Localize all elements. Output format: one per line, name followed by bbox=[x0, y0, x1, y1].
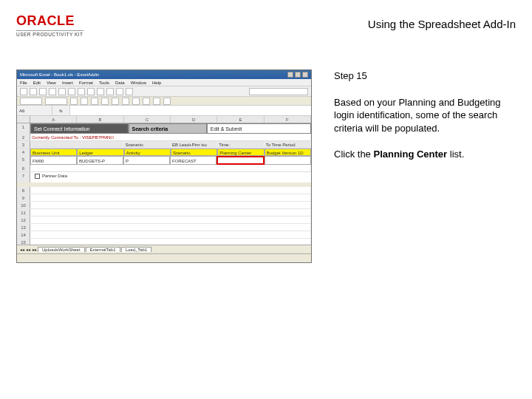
partner-data-label: Partner Data bbox=[42, 174, 67, 178]
toolbar-standard[interactable] bbox=[17, 86, 311, 97]
sheet-tab-3[interactable]: Load_Tab1 bbox=[121, 247, 152, 252]
col-e[interactable]: E bbox=[217, 116, 264, 123]
col-d[interactable]: D bbox=[171, 116, 217, 123]
cell-ledger[interactable]: BUDGETS-P bbox=[77, 156, 123, 165]
fx-label: fx bbox=[52, 106, 70, 115]
cell-activity[interactable]: P bbox=[123, 156, 170, 165]
row-6: 6 bbox=[17, 165, 311, 172]
cell-scenario[interactable]: FORECAST bbox=[170, 156, 216, 165]
band-set-connect[interactable]: Set Connect Information bbox=[30, 123, 129, 134]
menu-view[interactable]: View bbox=[47, 81, 56, 85]
empty-grid: 8 9 10 11 12 13 14 15 16 17 18 19 bbox=[17, 187, 311, 245]
col-a[interactable]: A bbox=[30, 116, 77, 123]
row-3: 3 Scenario: EB Lead+Ptnr iso Time: To Ti… bbox=[17, 141, 311, 149]
row-2: 2 Currently Connected To : VISEPB7PMNO bbox=[17, 134, 311, 141]
window-titlebar: Microsoft Excel - Book1.xls - ExcelAddin bbox=[17, 70, 311, 79]
cell-budget-version[interactable] bbox=[265, 156, 311, 165]
col-f[interactable]: F bbox=[265, 116, 311, 123]
menu-format[interactable]: Format bbox=[79, 81, 93, 85]
band-edit-submit[interactable]: Edit & Submit bbox=[207, 123, 311, 134]
menu-insert[interactable]: Insert bbox=[62, 81, 73, 85]
criteria-header-row: Business Unit Ledger Activity Scenario P… bbox=[30, 149, 311, 156]
toolbar-formatting[interactable] bbox=[17, 97, 311, 106]
screenshot-excel-window: Microsoft Excel - Book1.xls - ExcelAddin… bbox=[16, 69, 312, 263]
partner-data-checkbox[interactable] bbox=[35, 174, 40, 179]
menu-window[interactable]: Window bbox=[131, 81, 146, 85]
menu-edit[interactable]: Edit bbox=[33, 81, 41, 85]
cell-business-unit[interactable]: FM00 bbox=[30, 156, 77, 165]
window-control-buttons[interactable] bbox=[286, 72, 308, 78]
partner-data-row: Partner Data bbox=[30, 172, 311, 183]
instruction-panel: Step 15 Based on your Planning and Budge… bbox=[334, 69, 515, 174]
instruction-action: Click the Planning Center list. bbox=[334, 148, 515, 161]
document-title: Using the Spreadsheet Add-In bbox=[368, 18, 516, 30]
col-b[interactable]: B bbox=[77, 116, 123, 123]
menu-bar[interactable]: File Edit View Insert Format Tools Data … bbox=[17, 79, 311, 86]
connection-info: Currently Connected To : VISEPB7PMNO bbox=[30, 134, 311, 140]
sheet-tabs[interactable]: ◂◂ ◂ ▸ ▸▸ UploadsWorkSheet ExternalTab1 … bbox=[17, 245, 311, 253]
formula-bar[interactable]: A6 fx bbox=[17, 106, 311, 116]
column-headers: A B C D E F bbox=[17, 116, 311, 123]
menu-data[interactable]: Data bbox=[115, 81, 125, 85]
oracle-logo-block: ORACLE USER PRODUCTIVITY KIT bbox=[16, 13, 83, 37]
status-bar bbox=[17, 253, 311, 262]
menu-file[interactable]: File bbox=[20, 81, 27, 85]
row-num-1[interactable]: 1 bbox=[17, 123, 30, 134]
window-title-text: Microsoft Excel - Book1.xls - ExcelAddin bbox=[20, 72, 99, 77]
help-search-field[interactable] bbox=[249, 88, 308, 95]
oracle-logo: ORACLE bbox=[16, 13, 83, 29]
sheet-tab-1[interactable]: UploadsWorkSheet bbox=[38, 247, 85, 252]
band-search-criteria[interactable]: Search criteria bbox=[129, 123, 207, 134]
step-label: Step 15 bbox=[334, 69, 515, 83]
menu-help[interactable]: Help bbox=[152, 81, 161, 85]
menu-tools[interactable]: Tools bbox=[99, 81, 109, 85]
name-box[interactable]: A6 bbox=[17, 106, 52, 115]
sheet-tab-2[interactable]: ExternalTab1 bbox=[86, 247, 120, 252]
nav-band: Set Connect Information Search criteria … bbox=[30, 123, 311, 134]
col-c[interactable]: C bbox=[124, 116, 171, 123]
oracle-logo-subtitle: USER PRODUCTIVITY KIT bbox=[16, 30, 83, 37]
instruction-body: Based on your Planning and Budgeting log… bbox=[334, 96, 515, 135]
instruction-action-target: Planning Center bbox=[373, 149, 447, 160]
criteria-data-row: FM00 BUDGETS-P P FORECAST bbox=[30, 156, 311, 165]
planning-center-dropdown[interactable] bbox=[216, 156, 265, 165]
formula-input[interactable] bbox=[70, 106, 311, 115]
